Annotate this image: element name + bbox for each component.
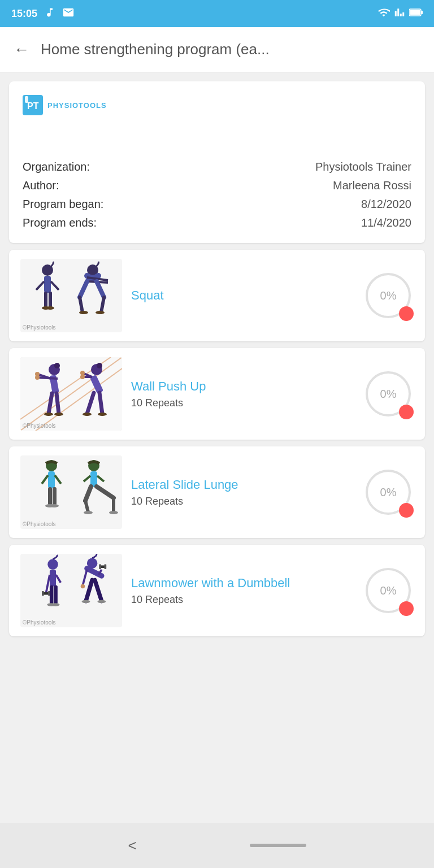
organization-row: Organization: Physiotools Trainer — [23, 160, 411, 173]
program-began-value: 8/12/2020 — [361, 198, 411, 211]
svg-line-54 — [42, 475, 48, 484]
organization-value: Physiotools Trainer — [315, 160, 411, 173]
exercise-name-squat: Squat — [131, 288, 354, 303]
exercise-name-lateral-slide-lunge: Lateral Slide Lunge — [131, 478, 354, 492]
svg-rect-88 — [99, 565, 101, 569]
program-ends-row: Program ends: 11/4/2020 — [23, 216, 411, 229]
svg-text:PT: PT — [27, 101, 39, 111]
exercise-card-wall-push-up[interactable]: ©Physiotools Wall Push Up 10 Repeats 0% — [9, 348, 425, 440]
mail-icon — [62, 6, 75, 21]
svg-rect-89 — [105, 565, 107, 569]
svg-point-45 — [80, 371, 85, 375]
svg-point-30 — [54, 363, 60, 368]
status-bar: 15:05 — [0, 0, 434, 27]
svg-point-41 — [97, 363, 102, 368]
svg-rect-7 — [44, 276, 51, 293]
svg-point-68 — [109, 511, 118, 514]
program-ends-value: 11/4/2020 — [361, 216, 411, 229]
bottom-nav: < — [0, 823, 434, 868]
logo-text: PHYSIOTOOLS — [47, 101, 107, 110]
svg-point-59 — [50, 504, 59, 507]
progress-text-lateral-slide-lunge: 0% — [380, 486, 397, 499]
exercise-card-lawnmower[interactable]: ©Physiotools Lawnmower with a Dumbbell 1… — [9, 545, 425, 636]
status-icons — [377, 6, 423, 21]
pt-logo: PT — [23, 95, 43, 115]
exercise-name-wall-push-up: Wall Push Up — [131, 379, 354, 394]
progress-circle-squat: 0% — [363, 270, 414, 321]
program-began-row: Program began: 8/12/2020 — [23, 198, 411, 211]
watermark-wallpush: ©Physiotools — [23, 423, 56, 429]
wifi-icon — [377, 6, 390, 21]
svg-line-67 — [85, 501, 88, 512]
progress-circle-lateral-slide-lunge: 0% — [363, 467, 414, 518]
program-ends-label: Program ends: — [23, 216, 97, 229]
svg-line-84 — [83, 570, 86, 585]
svg-line-55 — [55, 475, 61, 484]
progress-text-wall-push-up: 0% — [380, 388, 397, 401]
progress-text-squat: 0% — [380, 289, 397, 302]
svg-line-19 — [80, 297, 83, 313]
svg-rect-57 — [53, 487, 57, 505]
main-content: PT PHYSIOTOOLS Organization: Physiotools… — [0, 72, 434, 697]
program-info-card: PT PHYSIOTOOLS Organization: Physiotools… — [9, 81, 425, 243]
exercise-card-squat[interactable]: ©Physiotools Squat 0% — [9, 250, 425, 341]
battery-icon — [409, 7, 423, 20]
svg-line-48 — [99, 393, 102, 414]
exercise-info-lawnmower: Lawnmower with a Dumbbell 10 Repeats — [131, 576, 354, 606]
svg-line-73 — [46, 575, 50, 593]
info-rows: Organization: Physiotools Trainer Author… — [23, 160, 411, 229]
page-title: Home strengthening program (ea... — [41, 41, 270, 58]
watermark-lawnmower: ©Physiotools — [23, 619, 56, 626]
author-label: Author: — [23, 179, 59, 192]
svg-line-9 — [51, 281, 59, 290]
red-dot-lawnmower — [399, 601, 414, 616]
svg-point-39 — [54, 413, 63, 416]
svg-rect-10 — [44, 292, 47, 307]
back-button[interactable]: ← — [14, 41, 29, 59]
svg-line-91 — [95, 580, 102, 601]
author-row: Author: Marleena Rossi — [23, 179, 411, 192]
svg-point-92 — [82, 600, 90, 604]
svg-point-13 — [46, 306, 54, 310]
exercise-info-squat: Squat — [131, 288, 354, 303]
svg-point-93 — [97, 600, 106, 604]
svg-rect-11 — [49, 292, 52, 307]
svg-rect-5 — [25, 96, 28, 103]
svg-line-63 — [97, 476, 104, 481]
red-dot-lateral-slide-lunge — [399, 503, 414, 518]
svg-rect-56 — [48, 487, 52, 505]
exercise-repeats-wall-push-up: 10 Repeats — [131, 397, 354, 409]
svg-line-66 — [85, 487, 91, 501]
exercise-image-lawnmower: ©Physiotools — [20, 554, 122, 627]
svg-rect-75 — [42, 591, 44, 596]
svg-rect-53 — [48, 471, 55, 488]
svg-point-38 — [44, 413, 53, 416]
svg-line-62 — [84, 476, 90, 481]
svg-point-35 — [35, 375, 40, 380]
watermark-squat: ©Physiotools — [23, 324, 56, 331]
svg-point-22 — [96, 311, 105, 314]
exercise-image-lateral-slide-lunge: ©Physiotools — [20, 455, 122, 529]
nav-back-button[interactable]: < — [128, 837, 136, 854]
svg-point-49 — [83, 413, 92, 416]
music-icon — [44, 7, 55, 21]
svg-line-20 — [101, 297, 104, 313]
svg-point-69 — [84, 511, 93, 514]
svg-point-21 — [79, 311, 88, 314]
svg-line-33 — [37, 377, 58, 379]
svg-rect-78 — [50, 585, 54, 604]
svg-line-64 — [97, 487, 114, 498]
svg-rect-2 — [410, 10, 420, 15]
exercise-card-lateral-slide-lunge[interactable]: ©Physiotools Lateral Slide Lunge 10 Repe… — [9, 446, 425, 538]
status-time: 15:05 — [11, 8, 37, 20]
exercise-repeats-lawnmower: 10 Repeats — [131, 594, 354, 606]
svg-line-8 — [36, 281, 44, 290]
header: ← Home strengthening program (ea... — [0, 27, 434, 72]
exercise-repeats-lateral-slide-lunge: 10 Repeats — [131, 496, 354, 507]
exercise-info-wall-push-up: Wall Push Up 10 Repeats — [131, 379, 354, 409]
svg-point-71 — [47, 559, 58, 570]
author-value: Marleena Rossi — [333, 179, 411, 192]
svg-line-37 — [57, 393, 59, 414]
home-indicator — [250, 844, 306, 847]
exercise-image-squat: ©Physiotools — [20, 259, 122, 332]
